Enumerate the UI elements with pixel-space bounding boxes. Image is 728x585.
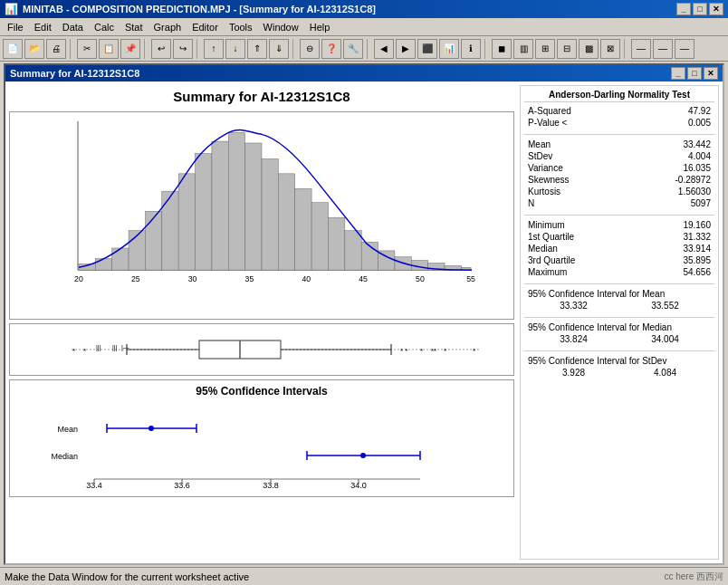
inner-minimize[interactable]: _ (671, 67, 685, 80)
ci-stdev-low: 3.928 (562, 368, 585, 378)
median-value: 33.914 (683, 244, 711, 254)
maximum-label: Maximum (528, 267, 567, 277)
toolbar: 📄 📂 🖨 ✂ 📋 📌 ↩ ↪ ↑ ↓ ⇑ ⇓ ⊖ ❓ 🔧 ◀ ▶ ⬛ 📊 ℹ … (0, 36, 728, 62)
svg-text:20: 20 (74, 274, 83, 283)
toolbar-b2[interactable]: ↓ (225, 39, 245, 59)
median-label: Median (528, 244, 558, 254)
svg-rect-10 (212, 141, 228, 270)
inner-maximize[interactable]: □ (687, 67, 702, 80)
svg-text:35: 35 (245, 274, 254, 283)
ci-stdev-section: 95% Confidence Interval for StDev 3.928 … (524, 355, 714, 379)
toolbar-b1[interactable]: ↑ (204, 39, 224, 59)
toolbar-b18[interactable]: ⊠ (600, 39, 620, 59)
skewness-row: Skewness -0.28972 (524, 174, 714, 186)
menu-editor[interactable]: Editor (187, 21, 224, 34)
histogram-svg: 20 25 30 35 40 45 50 55 (14, 117, 509, 301)
toolbar-sep6 (484, 39, 488, 59)
toolbar-copy[interactable]: 📋 (99, 39, 119, 59)
ci-mean-title: 95% Confidence Interval for Mean (524, 288, 714, 300)
svg-text:|||: ||| (112, 344, 118, 351)
toolbar-b13[interactable]: ◼ (492, 39, 512, 59)
median-row: Median 33.914 (524, 243, 714, 254)
svg-text:55: 55 (466, 274, 475, 283)
toolbar-b10[interactable]: ⬛ (417, 39, 437, 59)
status-watermark: cc here 西西河 (664, 571, 723, 583)
svg-rect-17 (328, 217, 344, 270)
maximize-button[interactable]: □ (693, 3, 707, 15)
svg-point-64 (148, 426, 154, 431)
svg-rect-9 (196, 154, 212, 271)
boxplot-container: * * ||| ||| |— (9, 323, 514, 376)
n-label: N (528, 198, 534, 208)
close-button[interactable]: ✕ (709, 3, 723, 15)
maximum-value: 54.656 (683, 267, 711, 277)
right-panel: Anderson-Darling Normality Test A-Square… (520, 85, 719, 560)
menu-data[interactable]: Data (57, 21, 89, 34)
menu-file[interactable]: File (2, 21, 29, 34)
toolbar-undo[interactable]: ↩ (151, 39, 171, 59)
toolbar-b4[interactable]: ⇓ (269, 39, 289, 59)
ci-median-title: 95% Confidence Interval for Median (524, 321, 714, 333)
toolbar-paste[interactable]: 📌 (120, 39, 140, 59)
title-bar-text: MINITAB - COMPOSITION PREDICTION.MPJ - [… (23, 4, 376, 14)
minimum-value: 19.160 (683, 220, 711, 230)
a-squared-value: 47.92 (688, 106, 711, 116)
toolbar-redo[interactable]: ↪ (173, 39, 193, 59)
toolbar-sep4 (292, 39, 296, 59)
variance-row: Variance 16.035 (524, 162, 714, 174)
toolbar-b9[interactable]: ▶ (396, 39, 416, 59)
minimize-button[interactable]: _ (676, 3, 691, 15)
menu-help[interactable]: Help (304, 21, 336, 34)
svg-rect-12 (245, 143, 262, 270)
boxplot-svg: * * ||| ||| |— (14, 328, 509, 371)
svg-text:|—: |— (121, 344, 129, 351)
status-bar: Make the Data Window for the current wor… (0, 567, 728, 585)
variance-label: Variance (528, 163, 563, 173)
menu-calc[interactable]: Calc (89, 21, 120, 34)
menu-stat[interactable]: Stat (120, 21, 148, 34)
svg-text:25: 25 (131, 274, 140, 283)
svg-text:Median: Median (51, 452, 78, 461)
toolbar-new[interactable]: 📄 (3, 39, 23, 59)
menu-graph[interactable]: Graph (148, 21, 187, 34)
toolbar-b3[interactable]: ⇑ (247, 39, 267, 59)
q1-row: 1st Quartile 31.332 (524, 231, 714, 243)
divider2 (524, 215, 714, 216)
toolbar-b5[interactable]: ⊖ (300, 39, 320, 59)
ci-mean-high: 33.552 (651, 301, 679, 311)
ci-stdev-high: 4.084 (654, 368, 676, 378)
ci-stdev-title: 95% Confidence Interval for StDev (524, 355, 714, 367)
toolbar-print[interactable]: 🖨 (46, 39, 66, 59)
toolbar-cut[interactable]: ✂ (77, 39, 97, 59)
toolbar-b7[interactable]: 🔧 (343, 39, 363, 59)
svg-text:50: 50 (416, 274, 425, 283)
toolbar-open[interactable]: 📂 (24, 39, 44, 59)
inner-close[interactable]: ✕ (704, 67, 718, 80)
quantiles-section: Minimum 19.160 1st Quartile 31.332 Media… (524, 219, 714, 278)
toolbar-sep1 (70, 39, 73, 59)
a-squared-row: A-Squared 47.92 (524, 105, 714, 117)
toolbar-b8[interactable]: ◀ (374, 39, 394, 59)
toolbar-b20[interactable]: — (653, 39, 673, 59)
ci-median-values: 33.824 34.004 (524, 333, 714, 345)
toolbar-b17[interactable]: ▩ (579, 39, 599, 59)
menu-window[interactable]: Window (258, 21, 304, 34)
toolbar-b16[interactable]: ⊟ (557, 39, 577, 59)
toolbar-b14[interactable]: ▥ (513, 39, 533, 59)
svg-text:*: * (444, 347, 446, 355)
svg-text:|||: ||| (96, 344, 101, 351)
toolbar-b21[interactable]: — (675, 39, 694, 59)
kurtosis-label: Kurtosis (528, 187, 560, 197)
menu-edit[interactable]: Edit (29, 21, 57, 34)
toolbar-b6[interactable]: ❓ (321, 39, 341, 59)
toolbar-b15[interactable]: ⊞ (535, 39, 555, 59)
kurtosis-value: 1.56030 (678, 187, 711, 197)
toolbar-b19[interactable]: — (631, 39, 651, 59)
toolbar-b12[interactable]: ℹ (461, 39, 481, 59)
menu-tools[interactable]: Tools (224, 21, 258, 34)
normality-test-title: Anderson-Darling Normality Test (524, 90, 714, 102)
toolbar-sep5 (367, 39, 370, 59)
toolbar-b11[interactable]: 📊 (439, 39, 459, 59)
minimum-label: Minimum (528, 220, 565, 230)
ci-svg: 33.4 33.6 33.8 34.0 Me (14, 405, 509, 491)
